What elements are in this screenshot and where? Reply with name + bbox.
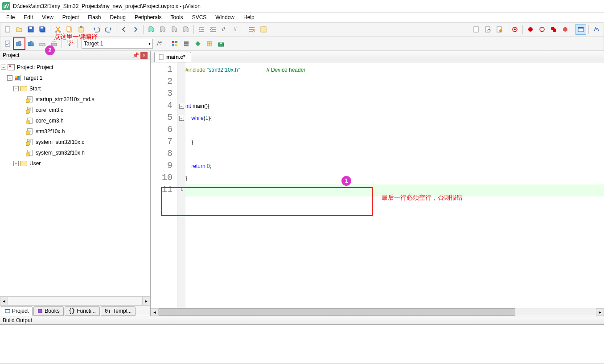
menu-edit[interactable]: Edit [19,13,37,21]
code-line[interactable]: while(1){ [185,112,604,124]
project-tree[interactable]: −Project: Project−Target 1−Startstartup_… [0,60,150,296]
tree-group-start[interactable]: −Start [1,83,149,94]
panel-tab-project[interactable]: Project [1,306,33,316]
svg-rect-0 [5,27,10,32]
window-layout-icon[interactable] [575,24,586,35]
tree-file[interactable]: system_stm32f10x.c [1,137,149,147]
nav-forward-icon[interactable] [130,24,141,35]
tree-file[interactable]: startup_stm32f10x_md.s [1,94,149,105]
code-line[interactable] [185,88,604,100]
bookmark-next-icon[interactable] [169,24,180,35]
bookmark-prev-icon[interactable] [157,24,168,35]
build-icon[interactable] [14,38,25,49]
pack-installer-icon[interactable] [216,38,226,49]
menu-window[interactable]: Window [211,13,239,21]
manage-components-icon[interactable] [193,38,203,49]
tree-group-user[interactable]: +User [1,158,149,169]
translate-icon[interactable] [2,38,13,49]
menu-file[interactable]: File [2,13,19,21]
project-hscroll[interactable]: ◄ ► [0,296,150,305]
menu-project[interactable]: Project [58,13,83,21]
code-line[interactable]: return 0; [185,160,604,172]
build-output-area[interactable] [0,325,604,364]
pin-icon[interactable]: 📌 [132,52,139,58]
doc-search-icon[interactable] [482,24,493,35]
menu-view[interactable]: View [37,13,58,21]
close-icon[interactable]: ✕ [140,52,148,59]
breakpoint-disable-icon[interactable] [548,24,559,35]
select-packs-icon[interactable] [204,38,215,49]
new-file-icon[interactable] [2,24,13,35]
tree-file[interactable]: core_cm3.h [1,115,149,126]
svg-text://: // [234,26,237,33]
menu-svcs[interactable]: SVCS [188,13,211,21]
indent-icon[interactable] [196,24,207,35]
bookmark-icon[interactable] [146,24,156,35]
menu-help[interactable]: Help [239,13,259,21]
find-in-files-icon[interactable] [258,24,269,35]
tree-project-root[interactable]: −Project: Project [1,62,149,73]
code-line[interactable] [185,76,604,88]
svg-rect-41 [175,41,177,43]
menu-tools[interactable]: Tools [166,13,188,21]
bookmark-clear-icon[interactable] [181,24,191,35]
menu-debug[interactable]: Debug [106,13,130,21]
open-folder-icon[interactable] [14,24,25,35]
save-icon[interactable] [25,24,36,35]
code-line[interactable] [185,148,604,160]
tree-file[interactable]: system_stm32f10x.h [1,147,149,158]
code-line[interactable]: #include "stm32f10x.h" // Device header [185,64,604,76]
doc-tool-icon[interactable] [494,24,505,35]
nav-back-icon[interactable] [119,24,129,35]
target-options-icon[interactable] [154,38,164,49]
svg-rect-52 [38,309,42,313]
scroll-left-icon[interactable]: ◄ [0,297,8,305]
fold-column[interactable]: −−└ [177,62,185,308]
panel-tab-functi[interactable]: {}Functi... [65,306,100,316]
tab-icon: 0↓ [105,308,111,314]
find-icon[interactable] [247,24,257,35]
code-line[interactable] [185,124,604,136]
save-all-icon[interactable] [37,24,48,35]
tree-toggle-icon[interactable]: + [13,161,19,166]
panel-tab-templ[interactable]: 0↓Templ... [101,306,136,316]
scroll-left-icon[interactable]: ◄ [151,308,159,316]
rebuild-icon[interactable] [25,38,36,49]
breakpoint-kill-icon[interactable] [560,24,571,35]
tree-toggle-icon[interactable]: − [7,75,12,81]
annotation-build-label: 点这里一键编译 [54,33,98,41]
breakpoint-insert-icon[interactable] [525,24,536,35]
uncomment-icon[interactable]: // [231,24,242,35]
outdent-icon[interactable] [208,24,218,35]
configure-icon[interactable] [591,24,602,35]
scroll-right-icon[interactable]: ► [596,308,604,316]
debug-start-icon[interactable] [509,24,520,35]
code-line[interactable]: } [185,172,604,184]
doc-config-icon[interactable] [471,24,481,35]
svg-rect-11 [80,26,82,28]
svg-rect-29 [578,27,583,29]
code-area[interactable]: 1 最后一行必须空行，否则报错 #include "stm32f10x.h" /… [185,62,604,308]
panel-tab-books[interactable]: Books [33,306,63,316]
annotation-empty-line-label: 最后一行必须空行，否则报错 [382,192,463,204]
comment-icon[interactable]: // [219,24,230,35]
code-line[interactable]: } [185,136,604,148]
code-editor[interactable]: 1234567891011 −−└ 1 最后一行必须空行，否则报错 #inclu… [151,62,604,308]
tree-file[interactable]: stm32f10x.h [1,126,149,137]
menu-flash[interactable]: Flash [83,13,105,21]
svg-rect-5 [41,27,43,29]
tree-toggle-icon[interactable]: − [1,65,6,70]
editor-tab-main[interactable]: main.c* [154,52,191,62]
editor-hscroll[interactable]: ◄ ► [151,308,604,316]
tree-file[interactable]: core_cm3.c [1,105,149,115]
file-icon [158,54,164,60]
manage-books-icon[interactable] [181,38,192,49]
breakpoint-toggle-icon[interactable] [537,24,547,35]
code-line[interactable]: int main(){ [185,100,604,112]
menu-peripherals[interactable]: Peripherals [130,13,166,21]
file-ext-icon[interactable] [169,38,180,49]
tree-target[interactable]: −Target 1 [1,73,149,83]
scroll-right-icon[interactable]: ► [142,297,150,305]
tree-toggle-icon[interactable]: − [13,86,19,91]
redo-icon[interactable] [103,24,114,35]
